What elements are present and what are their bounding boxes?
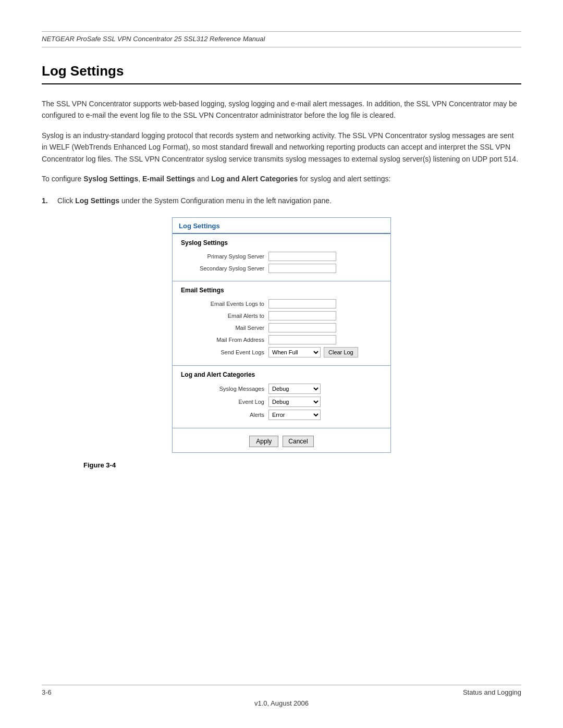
event-log-row: Event Log Debug Info Warning Error [181,397,382,407]
step-1: 1. Click Log Settings under the System C… [42,195,521,206]
page-title: Log Settings [42,63,521,84]
clear-log-button[interactable]: Clear Log [324,347,358,357]
primary-syslog-label: Primary Syslog Server [181,253,264,260]
header-rule-top [42,31,521,32]
mail-from-label: Mail From Address [181,337,264,343]
event-log-label: Event Log [181,399,264,405]
button-row: Apply Cancel [173,428,390,452]
email-alerts-input[interactable] [268,311,336,320]
email-alerts-label: Email Alerts to [181,313,264,319]
syslog-heading: Syslog Settings [181,239,382,246]
footer-rule [42,685,521,685]
primary-syslog-row: Primary Syslog Server [181,252,382,261]
log-settings-panel: Log Settings Syslog Settings Primary Sys… [172,217,391,453]
mail-server-input[interactable] [268,323,336,332]
primary-syslog-input[interactable] [268,252,336,261]
event-log-select[interactable]: Debug Info Warning Error [268,397,321,407]
send-event-logs-row: Send Event Logs When Full Daily Weekly C… [181,347,382,357]
mail-from-row: Mail From Address [181,335,382,344]
email-section: Email Settings Email Events Logs to Emai… [173,281,390,366]
manual-title: NETGEAR ProSafe SSL VPN Concentrator 25 … [42,35,521,43]
log-alert-section: Log and Alert Categories Syslog Messages… [173,366,390,428]
email-events-row: Email Events Logs to [181,299,382,309]
panel-title: Log Settings [179,222,220,230]
figure-caption: Figure 3-4 [83,461,521,469]
cancel-button[interactable]: Cancel [283,436,313,447]
email-events-input[interactable] [268,299,336,309]
mail-server-label: Mail Server [181,325,264,331]
header-rule-bottom [42,47,521,47]
step-bold-text: Log Settings [75,196,119,205]
intro-para-1: The SSL VPN Concentrator supports web-ba… [42,98,521,121]
log-alert-heading: Log and Alert Categories [181,371,382,378]
step-number: 1. [42,195,52,206]
step-content: Click Log Settings under the System Conf… [57,195,521,206]
footer-row: 3-6 Status and Logging [42,688,521,696]
footer-right: Status and Logging [463,688,521,696]
syslog-section: Syslog Settings Primary Syslog Server Se… [173,234,390,281]
send-event-logs-label: Send Event Logs [181,349,264,355]
page-wrapper: NETGEAR ProSafe SSL VPN Concentrator 25 … [0,0,563,728]
step-text: under the System Configuration menu in t… [121,196,332,205]
syslog-messages-select[interactable]: Debug Info Warning Error [268,384,321,394]
footer-center: v1.0, August 2006 [42,699,521,707]
secondary-syslog-row: Secondary Syslog Server [181,264,382,273]
syslog-messages-label: Syslog Messages [181,386,264,392]
email-events-label: Email Events Logs to [181,301,264,307]
alerts-row: Alerts Debug Info Warning Error [181,410,382,420]
step-intro: To configure Syslog Settings, E-mail Set… [42,173,521,184]
mail-server-row: Mail Server [181,323,382,332]
alerts-label: Alerts [181,412,264,418]
alerts-select[interactable]: Debug Info Warning Error [268,410,321,420]
footer-section: 3-6 Status and Logging v1.0, August 2006 [42,685,521,707]
send-event-logs-select[interactable]: When Full Daily Weekly [268,347,321,357]
mail-from-input[interactable] [268,335,336,344]
email-alerts-row: Email Alerts to [181,311,382,320]
secondary-syslog-label: Secondary Syslog Server [181,265,264,272]
footer-left: 3-6 [42,688,52,696]
apply-button[interactable]: Apply [249,436,278,447]
secondary-syslog-input[interactable] [268,264,336,273]
intro-para-2: Syslog is an industry-standard logging p… [42,130,521,165]
syslog-messages-row: Syslog Messages Debug Info Warning Error [181,384,382,394]
panel-title-bar: Log Settings [173,218,390,234]
email-heading: Email Settings [181,287,382,294]
